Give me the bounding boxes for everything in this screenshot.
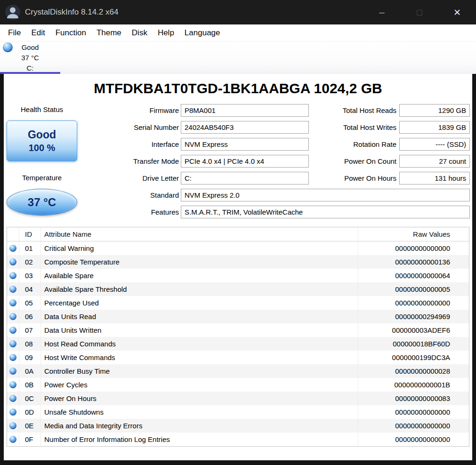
smart-table-row[interactable]: 03 Available Spare 00000000000064 — [7, 269, 469, 282]
menu-item-help[interactable]: Help — [153, 24, 179, 41]
drive-letter-field[interactable]: C: — [181, 172, 309, 184]
smart-table-row[interactable]: 05 Percentage Used 00000000000000 — [7, 296, 469, 310]
smart-attribute-id: 09 — [19, 351, 41, 364]
smart-attribute-name: Critical Warning — [41, 241, 358, 255]
temperature-label: Temperature — [7, 173, 77, 183]
total-host-writes-field[interactable]: 1839 GB — [399, 121, 470, 134]
rotation-rate-field[interactable]: ---- (SSD) — [399, 138, 470, 151]
smart-table-row[interactable]: 04 Available Spare Threshold 00000000000… — [7, 282, 469, 296]
smart-table-row[interactable]: 0D Unsafe Shutdowns 00000000000000 — [7, 405, 469, 419]
smart-attribute-name: Percentage Used — [41, 296, 358, 310]
smart-attribute-name: Available Spare Threshold — [41, 282, 358, 296]
smart-table-body: 01 Critical Warning 00000000000000 02 Co… — [7, 241, 469, 446]
smart-table-row[interactable]: 02 Composite Temperature 00000000000136 — [7, 255, 469, 269]
window-titlebar[interactable]: CrystalDiskInfo 8.14.2 x64 – ▢ ✕ — [0, 0, 476, 24]
temperature-indicator[interactable]: 37 °C — [7, 189, 77, 216]
drive-tab-status: Good — [0, 42, 60, 53]
interface-label: Interface — [79, 138, 179, 151]
window-controls: – ▢ ✕ — [363, 0, 476, 24]
standard-field[interactable]: NVM Express 2.0 — [181, 189, 470, 201]
smart-table-row[interactable]: 0A Controller Busy Time 00000000000028 — [7, 364, 469, 378]
smart-raw-value: 00000000000083 — [358, 392, 469, 405]
standard-label: Standard — [79, 189, 179, 201]
status-orb-icon — [7, 405, 19, 419]
smart-attribute-name: Data Units Read — [41, 310, 358, 323]
status-orb-icon — [7, 433, 19, 446]
smart-attribute-name: Controller Busy Time — [41, 364, 358, 378]
health-status-indicator[interactable]: Good 100 % — [7, 120, 77, 161]
smart-raw-value: 00000000000005 — [358, 282, 469, 296]
smart-table-row[interactable]: 07 Data Units Written 000000003ADEF6 — [7, 323, 469, 337]
drive-letter-label: Drive Letter — [79, 172, 179, 184]
menu-item-function[interactable]: Function — [50, 24, 91, 41]
close-button[interactable]: ✕ — [438, 0, 476, 24]
app-icon[interactable] — [5, 4, 21, 20]
total-host-reads-field[interactable]: 1290 GB — [399, 104, 470, 117]
health-status-value: Good — [28, 128, 56, 141]
smart-table-row[interactable]: 0F Number of Error Information Log Entri… — [7, 433, 469, 446]
smart-header-id: ID — [19, 227, 41, 241]
status-orb-icon — [7, 323, 19, 337]
drive-tab-strip: Good 37 °C C: — [0, 41, 476, 74]
smart-attribute-id: 08 — [19, 337, 41, 351]
smart-table-row[interactable]: 08 Host Read Commands 000000018BF60D — [7, 337, 469, 351]
status-orb-icon — [7, 337, 19, 351]
smart-attribute-id: 0A — [19, 364, 41, 378]
menu-item-theme[interactable]: Theme — [91, 24, 127, 41]
menu-item-edit[interactable]: Edit — [26, 24, 50, 41]
total-host-reads-label: Total Host Reads — [310, 104, 396, 117]
smart-attribute-name: Host Write Commands — [41, 351, 358, 364]
smart-table-row[interactable]: 0C Power On Hours 00000000000083 — [7, 392, 469, 405]
menu-item-disk[interactable]: Disk — [127, 24, 153, 41]
power-on-count-field[interactable]: 27 count — [399, 155, 470, 168]
status-orb-icon — [7, 241, 19, 255]
maximize-button[interactable]: ▢ — [401, 0, 438, 24]
smart-attribute-name: Available Spare — [41, 269, 358, 282]
smart-raw-value: 00000000000064 — [358, 269, 469, 282]
smart-attribute-name: Media and Data Integrity Errors — [41, 419, 358, 433]
smart-table-row[interactable]: 01 Critical Warning 00000000000000 — [7, 241, 469, 255]
smart-header-status — [7, 227, 19, 241]
smart-attribute-id: 03 — [19, 269, 41, 282]
menu-item-file[interactable]: File — [3, 24, 26, 41]
smart-attribute-id: 0E — [19, 419, 41, 433]
features-field[interactable]: S.M.A.R.T., TRIM, VolatileWriteCache — [181, 206, 470, 218]
smart-attribute-id: 04 — [19, 282, 41, 296]
smart-table-row[interactable]: 06 Data Units Read 00000000294969 — [7, 310, 469, 323]
transfer-mode-label: Transfer Mode — [79, 155, 179, 168]
interface-field[interactable]: NVM Express — [181, 138, 309, 151]
power-on-hours-field[interactable]: 131 hours — [399, 172, 470, 184]
smart-attribute-id: 06 — [19, 310, 41, 323]
app-window: CrystalDiskInfo 8.14.2 x64 – ▢ ✕ File Ed… — [0, 0, 476, 465]
status-orb-icon — [7, 296, 19, 310]
smart-raw-value: 00000000000000 — [358, 419, 469, 433]
serial-number-label: Serial Number — [79, 121, 179, 134]
smart-attribute-name: Power Cycles — [41, 378, 358, 392]
smart-raw-value: 0000000000001B — [358, 378, 469, 392]
status-orb-icon — [7, 419, 19, 433]
firmware-field[interactable]: P8MA001 — [181, 104, 309, 117]
minimize-button[interactable]: – — [363, 0, 401, 24]
serial-number-field[interactable]: 24024AB540F3 — [181, 121, 309, 134]
smart-attribute-name: Number of Error Information Log Entries — [41, 433, 358, 446]
status-orb-icon — [7, 392, 19, 405]
smart-attribute-id: 0D — [19, 405, 41, 419]
menu-item-language[interactable]: Language — [179, 24, 226, 41]
smart-attribute-name: Host Read Commands — [41, 337, 358, 351]
smart-attribute-id: 05 — [19, 296, 41, 310]
smart-table-row[interactable]: 0E Media and Data Integrity Errors 00000… — [7, 419, 469, 433]
smart-raw-value: 00000000000000 — [358, 241, 469, 255]
smart-raw-value: 00000000000000 — [358, 433, 469, 446]
transfer-mode-field[interactable]: PCIe 4.0 x4 | PCIe 4.0 x4 — [181, 155, 309, 168]
smart-table-row[interactable]: 09 Host Write Commands 0000000199DC3A — [7, 351, 469, 364]
smart-attribute-id: 0F — [19, 433, 41, 446]
smart-attribute-name: Composite Temperature — [41, 255, 358, 269]
smart-raw-value: 00000000294969 — [358, 310, 469, 323]
drive-model-title: MTFDKBA1T0TGD-1BK1AABGA 1024,2 GB — [4, 80, 472, 96]
smart-raw-value: 00000000000028 — [358, 364, 469, 378]
smart-table-row[interactable]: 0B Power Cycles 0000000000001B — [7, 378, 469, 392]
drive-tab-c[interactable]: Good 37 °C C: — [0, 41, 60, 74]
health-status-percent: 100 % — [29, 143, 56, 153]
total-host-writes-label: Total Host Writes — [310, 121, 396, 134]
smart-raw-value: 000000003ADEF6 — [358, 323, 469, 337]
